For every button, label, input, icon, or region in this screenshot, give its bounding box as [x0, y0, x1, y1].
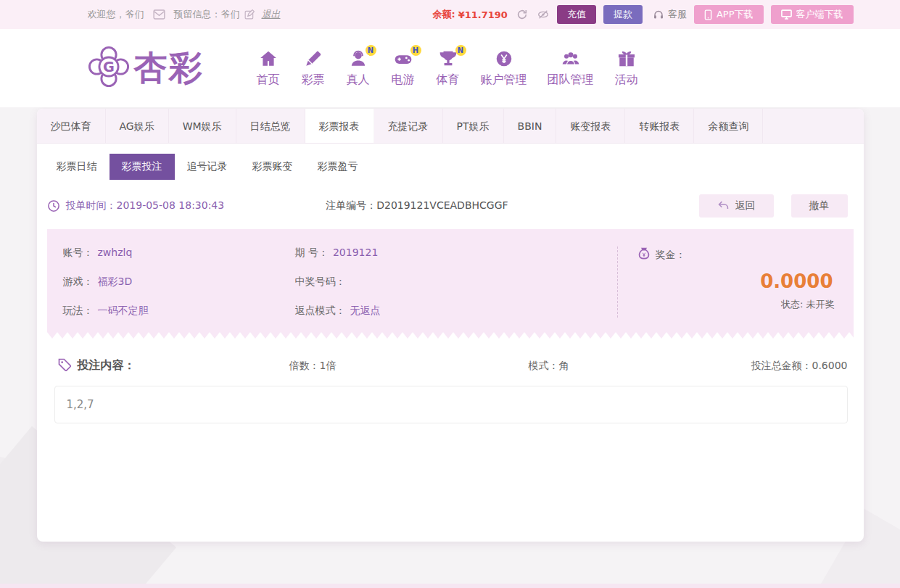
nav-item-team-management[interactable]: 团队管理 — [548, 49, 594, 88]
service-label: 客服 — [668, 8, 687, 21]
back-button-label: 返回 — [735, 199, 756, 212]
prize-label: 奖金： — [656, 249, 686, 262]
report-tabs: 沙巴体育 AG娱乐 WM娱乐 日结总览 彩票报表 充提记录 PT娱乐 BBIN … — [37, 109, 864, 144]
lottery-subtabs: 彩票日结 彩票投注 追号记录 彩票账变 彩票盈亏 — [37, 144, 864, 180]
bet-time-value: 2019-05-08 18:30:43 — [117, 199, 225, 211]
winning-number-row: 中奖号码： — [295, 276, 617, 289]
app-download-button[interactable]: APP下载 — [694, 5, 764, 24]
account-label: 账号： — [63, 247, 94, 258]
period-row: 期 号：2019121 — [295, 247, 617, 260]
report-card: 沙巴体育 AG娱乐 WM娱乐 日结总览 彩票报表 充提记录 PT娱乐 BBIN … — [37, 109, 864, 542]
subtab-chase-records[interactable]: 追号记录 — [175, 154, 240, 180]
nav-label: 活动 — [615, 73, 638, 88]
customer-service-link[interactable]: 客服 — [653, 8, 687, 21]
tab-ag-casino[interactable]: AG娱乐 — [106, 109, 169, 143]
eye-off-icon[interactable] — [537, 9, 550, 20]
back-arrow-icon — [717, 200, 730, 212]
balance-label: 余额: — [432, 8, 455, 21]
clock-icon — [47, 199, 60, 212]
account-row: 账号：zwhzlq — [63, 247, 295, 260]
info-column-left: 账号：zwhzlq 游戏：福彩3D 玩法：一码不定胆 — [63, 247, 295, 318]
welcome-text: 欢迎您，爷们 — [88, 8, 144, 21]
bet-detail-header: 投单时间：2019-05-08 18:30:43 注单编号：D2019121VC… — [37, 180, 864, 218]
nav-label: 彩票 — [302, 73, 325, 88]
balance-value: ¥11.7190 — [458, 9, 508, 20]
bet-multiple: 倍数：1倍 — [289, 360, 529, 373]
logout-link[interactable]: 退出 — [262, 8, 281, 21]
lottery-pencil-icon — [304, 49, 323, 73]
tab-account-change-report[interactable]: 账变报表 — [556, 109, 625, 143]
tab-balance-query[interactable]: 余额查询 — [694, 109, 763, 143]
subtab-lottery-account-change[interactable]: 彩票账变 — [240, 154, 305, 180]
tab-saba-sports[interactable]: 沙巴体育 — [37, 109, 106, 143]
headset-icon — [653, 9, 664, 20]
play-type-row: 玩法：一码不定胆 — [63, 305, 295, 318]
subtab-lottery-bets[interactable]: 彩票投注 — [110, 154, 175, 180]
cancel-order-label: 撤单 — [809, 199, 830, 212]
info-column-middle: 期 号：2019121 中奖号码： 返点模式：无返点 — [295, 247, 617, 318]
nav-label: 账户管理 — [481, 73, 527, 88]
envelope-icon[interactable] — [153, 9, 165, 20]
tag-icon — [57, 357, 72, 374]
new-badge: N — [366, 45, 376, 56]
main-nav: 首页 彩票 N 真人 H 电游 N 体育 — [256, 49, 639, 88]
nav-label: 团队管理 — [548, 73, 594, 88]
svg-text:G: G — [103, 59, 115, 75]
refresh-icon[interactable] — [516, 9, 528, 20]
tab-bbin[interactable]: BBIN — [504, 109, 557, 143]
topbar: 欢迎您，爷们 预留信息：爷们 退出 余额: ¥11.7190 充值 提款 客服 — [0, 0, 900, 29]
tab-lottery-report[interactable]: 彩票报表 — [305, 109, 374, 143]
hot-badge: H — [410, 45, 421, 56]
prize-column: 奖金： 0.0000 状态: 未开奖 — [617, 247, 835, 318]
cancel-order-button[interactable]: 撤单 — [791, 194, 848, 218]
sports-trophy-icon — [439, 49, 458, 73]
game-controller-icon — [394, 49, 413, 73]
nav-label: 真人 — [347, 73, 370, 88]
bet-mode: 模式：角 — [529, 360, 751, 373]
nav-item-home[interactable]: 首页 — [256, 49, 281, 88]
bet-info-panel: 账号：zwhzlq 游戏：福彩3D 玩法：一码不定胆 期 号：2019121 中… — [47, 229, 854, 332]
tab-wm-casino[interactable]: WM娱乐 — [169, 109, 236, 143]
bet-time-label: 投单时间： — [66, 199, 117, 211]
nav-label: 首页 — [257, 73, 280, 88]
site-logo[interactable]: G 杏彩 — [88, 46, 204, 91]
tab-deposit-withdraw-records[interactable]: 充提记录 — [374, 109, 443, 143]
withdraw-label: 提款 — [614, 8, 632, 21]
logo-text: 杏彩 — [134, 46, 204, 91]
team-people-icon — [561, 49, 580, 73]
bet-numbers-box: 1,2,7 — [54, 386, 848, 423]
play-type-value: 一码不定胆 — [98, 305, 149, 316]
tab-pt-casino[interactable]: PT娱乐 — [443, 109, 504, 143]
withdraw-button[interactable]: 提款 — [603, 5, 643, 24]
client-download-button[interactable]: 客户端下载 — [771, 5, 854, 24]
live-dealer-icon — [349, 49, 368, 73]
play-type-label: 玩法： — [63, 305, 94, 316]
recharge-button[interactable]: 充值 — [557, 5, 596, 24]
nav-label: 体育 — [437, 73, 460, 88]
activity-gift-icon — [617, 49, 636, 73]
moneybag-icon — [637, 247, 651, 263]
background-decoration — [0, 584, 900, 588]
nav-item-live[interactable]: N 真人 — [346, 49, 371, 88]
recharge-label: 充值 — [567, 8, 586, 21]
period-value: 2019121 — [333, 247, 378, 258]
site-header: G 杏彩 首页 彩票 N 真人 H 电游 — [0, 29, 900, 107]
nav-item-activity[interactable]: 活动 — [614, 49, 639, 88]
nav-item-sports[interactable]: N 体育 — [436, 49, 461, 88]
nav-item-egames[interactable]: H 电游 — [391, 49, 416, 88]
tab-transfer-report[interactable]: 转账报表 — [625, 109, 694, 143]
tab-daily-summary[interactable]: 日结总览 — [236, 109, 305, 143]
order-number: 注单编号：D2019121VCEADBHCGGF — [326, 199, 508, 212]
edit-icon[interactable] — [244, 9, 255, 20]
back-button[interactable]: 返回 — [699, 194, 774, 218]
subtab-lottery-daily[interactable]: 彩票日结 — [44, 154, 110, 180]
subtab-lottery-profit[interactable]: 彩票盈亏 — [305, 154, 371, 180]
monitor-icon — [781, 9, 792, 20]
home-icon — [259, 49, 278, 73]
bet-content-row: 投注内容： 倍数：1倍 模式：角 投注总金额：0.6000 — [37, 339, 864, 374]
nav-item-lottery[interactable]: 彩票 — [301, 49, 326, 88]
prize-status: 状态: 未开奖 — [637, 298, 835, 311]
logo-flower-icon: G — [88, 46, 130, 91]
nav-item-account-management[interactable]: 账户管理 — [481, 49, 527, 88]
order-number-label: 注单编号： — [326, 199, 376, 211]
